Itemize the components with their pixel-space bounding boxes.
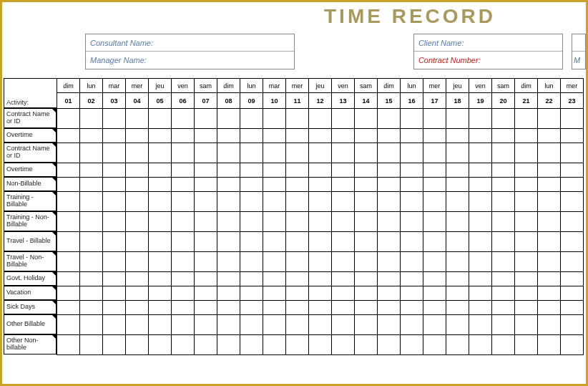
- time-cell[interactable]: [57, 143, 80, 163]
- time-cell[interactable]: [103, 301, 126, 315]
- time-cell[interactable]: [263, 129, 286, 143]
- time-cell[interactable]: [446, 301, 469, 315]
- time-cell[interactable]: [309, 143, 332, 163]
- time-cell[interactable]: [217, 301, 240, 315]
- time-cell[interactable]: [217, 109, 240, 129]
- time-cell[interactable]: [355, 252, 378, 272]
- time-cell[interactable]: [80, 286, 103, 301]
- time-cell[interactable]: [286, 212, 309, 232]
- time-cell[interactable]: [103, 212, 126, 232]
- time-cell[interactable]: [80, 129, 103, 143]
- time-cell[interactable]: [286, 252, 309, 272]
- time-cell[interactable]: [80, 212, 103, 232]
- time-cell[interactable]: [103, 178, 126, 192]
- time-cell[interactable]: [240, 143, 263, 163]
- time-cell[interactable]: [57, 301, 80, 315]
- time-cell[interactable]: [515, 252, 538, 272]
- time-cell[interactable]: [103, 163, 126, 178]
- time-cell[interactable]: [538, 212, 561, 232]
- time-cell[interactable]: [538, 163, 561, 178]
- time-cell[interactable]: [492, 232, 515, 252]
- time-cell[interactable]: [515, 212, 538, 232]
- time-cell[interactable]: [195, 109, 217, 129]
- time-cell[interactable]: [561, 143, 584, 163]
- time-cell[interactable]: [423, 252, 446, 272]
- time-cell[interactable]: [309, 129, 332, 143]
- time-cell[interactable]: [401, 109, 423, 129]
- time-cell[interactable]: [103, 129, 126, 143]
- time-cell[interactable]: [469, 129, 492, 143]
- time-cell[interactable]: [149, 232, 172, 252]
- time-cell[interactable]: [332, 178, 355, 192]
- time-cell[interactable]: [492, 178, 515, 192]
- time-cell[interactable]: [401, 335, 423, 355]
- time-cell[interactable]: [538, 143, 561, 163]
- time-cell[interactable]: [401, 212, 423, 232]
- time-cell[interactable]: [57, 252, 80, 272]
- time-cell[interactable]: [378, 335, 401, 355]
- time-cell[interactable]: [561, 252, 584, 272]
- time-cell[interactable]: [149, 315, 172, 335]
- time-cell[interactable]: [126, 335, 149, 355]
- time-cell[interactable]: [172, 272, 195, 286]
- time-cell[interactable]: [126, 178, 149, 192]
- time-cell[interactable]: [561, 212, 584, 232]
- time-cell[interactable]: [446, 232, 469, 252]
- time-cell[interactable]: [355, 178, 378, 192]
- time-cell[interactable]: [332, 129, 355, 143]
- time-cell[interactable]: [492, 143, 515, 163]
- time-cell[interactable]: [492, 109, 515, 129]
- time-cell[interactable]: [515, 315, 538, 335]
- time-cell[interactable]: [126, 232, 149, 252]
- time-cell[interactable]: [172, 163, 195, 178]
- time-cell[interactable]: [263, 272, 286, 286]
- time-cell[interactable]: [423, 143, 446, 163]
- time-cell[interactable]: [423, 335, 446, 355]
- time-cell[interactable]: [332, 315, 355, 335]
- time-cell[interactable]: [80, 335, 103, 355]
- time-cell[interactable]: [538, 252, 561, 272]
- contract-number-field[interactable]: Contract Number:: [414, 52, 562, 69]
- time-cell[interactable]: [355, 286, 378, 301]
- time-cell[interactable]: [378, 109, 401, 129]
- time-cell[interactable]: [57, 272, 80, 286]
- time-cell[interactable]: [469, 272, 492, 286]
- time-cell[interactable]: [469, 143, 492, 163]
- time-cell[interactable]: [149, 129, 172, 143]
- time-cell[interactable]: [263, 301, 286, 315]
- time-cell[interactable]: [332, 286, 355, 301]
- time-cell[interactable]: [492, 272, 515, 286]
- time-cell[interactable]: [309, 163, 332, 178]
- time-cell[interactable]: [57, 286, 80, 301]
- time-cell[interactable]: [149, 252, 172, 272]
- time-cell[interactable]: [492, 286, 515, 301]
- time-cell[interactable]: [103, 252, 126, 272]
- time-cell[interactable]: [446, 143, 469, 163]
- time-cell[interactable]: [401, 301, 423, 315]
- time-cell[interactable]: [195, 143, 217, 163]
- time-cell[interactable]: [172, 192, 195, 212]
- time-cell[interactable]: [286, 286, 309, 301]
- time-cell[interactable]: [57, 109, 80, 129]
- time-cell[interactable]: [57, 178, 80, 192]
- time-cell[interactable]: [355, 129, 378, 143]
- time-cell[interactable]: [332, 212, 355, 232]
- time-cell[interactable]: [469, 192, 492, 212]
- time-cell[interactable]: [309, 212, 332, 232]
- time-cell[interactable]: [355, 315, 378, 335]
- time-cell[interactable]: [469, 252, 492, 272]
- time-cell[interactable]: [469, 286, 492, 301]
- time-cell[interactable]: [57, 232, 80, 252]
- time-cell[interactable]: [561, 272, 584, 286]
- time-cell[interactable]: [217, 143, 240, 163]
- time-cell[interactable]: [423, 286, 446, 301]
- time-cell[interactable]: [561, 315, 584, 335]
- time-cell[interactable]: [103, 109, 126, 129]
- time-cell[interactable]: [172, 129, 195, 143]
- time-cell[interactable]: [126, 163, 149, 178]
- time-cell[interactable]: [217, 315, 240, 335]
- time-cell[interactable]: [80, 163, 103, 178]
- time-cell[interactable]: [401, 192, 423, 212]
- time-cell[interactable]: [80, 252, 103, 272]
- time-cell[interactable]: [492, 212, 515, 232]
